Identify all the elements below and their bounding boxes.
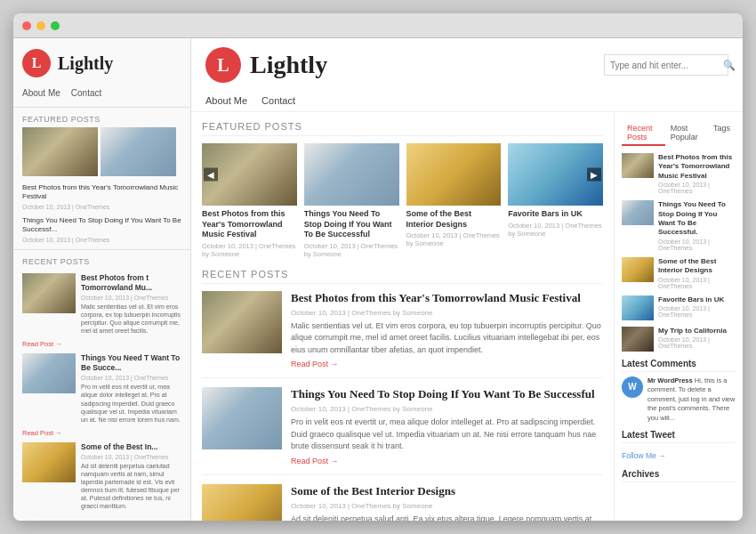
rs-archives-title: Archives (622, 469, 736, 482)
rs-tab-recent[interactable]: Recent Posts (622, 121, 665, 146)
blog-area: Featured Posts ◀ Best Photos from this Y… (191, 112, 614, 521)
sidebar-featured-item-0 (22, 127, 98, 176)
main-search-box[interactable]: 🔍 (604, 54, 728, 76)
sidebar-featured-row (13, 127, 190, 183)
right-sidebar: Recent Posts Most Popular Tags Best Phot… (614, 112, 743, 521)
minimize-button[interactable] (36, 21, 45, 30)
sidebar-nav-contact[interactable]: Contact (71, 88, 101, 98)
sidebar-recent-item-0: Best Photos from t Tomorrowland Mu... Oc… (13, 270, 190, 338)
main-content-area: L Lightly 🔍 About Me Contact (191, 38, 743, 521)
recent-post-meta-2: October 10, 2013 | OneThemes by Someone (291, 502, 603, 510)
featured-post-0: ◀ Best Photos from this Year's Tomorrowl… (202, 143, 297, 258)
featured-posts-row: ◀ Best Photos from this Year's Tomorrowl… (202, 143, 603, 258)
rs-thumb-0 (622, 153, 654, 178)
sidebar-recent-thumb-0 (22, 273, 76, 313)
rs-tab-popular[interactable]: Most Popular (665, 121, 708, 146)
featured-img-1 (304, 143, 399, 206)
main-body: Featured Posts ◀ Best Photos from this Y… (191, 112, 743, 521)
sidebar-readmore-1[interactable]: Read Post → (13, 427, 190, 439)
rs-thumb-4 (622, 327, 654, 352)
recent-post-title-1: Things You Need To Stop Doing If You Wan… (291, 387, 603, 402)
rs-follow-link[interactable]: Follow Me → (622, 451, 666, 460)
recent-post-meta-0: October 10, 2013 | OneThemes by Someone (291, 309, 603, 317)
recent-post-title-2: Some of the Best Interior Designs (291, 484, 603, 499)
sidebar-divider (13, 107, 190, 108)
recent-post-thumb-0 (202, 291, 282, 353)
sidebar-logo-circle: L (22, 49, 51, 77)
sidebar-feat-cap-0: Best Photos from this Year's Tomorrowlan… (13, 183, 190, 247)
main-nav-contact[interactable]: Contact (261, 95, 295, 106)
maximize-button[interactable] (51, 21, 60, 30)
featured-prev-arrow[interactable]: ◀ (204, 168, 218, 182)
featured-meta-2: October 10, 2013 | OneThemes by Someone (406, 231, 502, 247)
recent-post-item-1: Things You Need To Stop Doing If You Wan… (202, 387, 603, 474)
featured-next-arrow[interactable]: ▶ (587, 168, 601, 182)
recent-post-meta-1: October 10, 2013 | OneThemes by Someone (291, 405, 603, 413)
rs-post-2: Some of the Best Interior Designs Octobe… (622, 257, 736, 289)
search-icon: 🔍 (723, 60, 736, 71)
featured-post-3: ▶ Favorite Bars in UK October 10, 2013 |… (508, 143, 603, 258)
rs-twitter-section: Follow Me → (622, 449, 736, 462)
browser-content: L Lightly About Me Contact Featured Post… (13, 38, 743, 521)
recent-post-thumb-2 (202, 484, 282, 521)
rs-post-4: My Trip to California October 10, 2013 |… (622, 327, 736, 352)
readmore-1[interactable]: Read Post → (291, 457, 603, 465)
featured-caption-0: Best Photos from this Year's Tomorrowlan… (202, 209, 297, 240)
recent-post-item-0: Best Photos from this Year's Tomorrowlan… (202, 291, 603, 378)
rs-comment-0: W Mr WordPress Hi, this is a comment. To… (622, 376, 736, 424)
featured-meta-3: October 10, 2013 | OneThemes by Someone (508, 222, 603, 238)
recent-section-title: Recent Posts (202, 269, 603, 284)
sidebar-recent-thumb-2 (22, 442, 76, 482)
rs-thumb-1 (622, 200, 654, 225)
rs-post-0: Best Photos from this Year's Tomorrowlan… (622, 153, 736, 194)
rs-tab-tags[interactable]: Tags (708, 121, 736, 146)
sidebar-recent-title: Recent Posts (13, 252, 190, 270)
browser-titlebar (13, 13, 743, 38)
featured-img-3: ▶ (508, 143, 603, 206)
sidebar-featured-title: Featured Posts (13, 109, 190, 127)
recent-post-excerpt-2: Ad sit deleniti perpetua salud anti. Ea … (291, 514, 603, 521)
main-nav: About Me Contact (205, 90, 728, 111)
featured-meta-0: October 10, 2013 | OneThemes by Someone (202, 242, 297, 258)
rs-thumb-2 (622, 257, 654, 282)
recent-post-thumb-1 (202, 387, 282, 449)
featured-section-title: Featured Posts (202, 121, 603, 136)
recent-post-excerpt-1: Pro in velit eos nt evertit ur, mea aliq… (291, 417, 603, 453)
main-logo-title: Lightly (250, 51, 327, 79)
sidebar-nav-about[interactable]: About Me (22, 88, 60, 98)
sidebar-divider-2 (13, 249, 190, 250)
sidebar-readmore-0[interactable]: Read Post → (13, 338, 190, 350)
featured-caption-1: Things You Need To Stop Doing If You Wan… (304, 209, 399, 240)
main-logo-row: L Lightly 🔍 (205, 47, 728, 90)
browser-window: L Lightly About Me Contact Featured Post… (13, 13, 743, 521)
sidebar-preview: L Lightly About Me Contact Featured Post… (13, 38, 191, 521)
search-input[interactable] (610, 61, 723, 70)
featured-img-2 (406, 143, 502, 206)
featured-caption-3: Favorite Bars in UK (508, 209, 603, 220)
rs-twitter-title: Latest Tweet (622, 430, 736, 443)
featured-img-0: ◀ (202, 143, 297, 206)
rs-post-3: Favorite Bars in UK October 10, 2013 | O… (622, 295, 736, 320)
featured-meta-1: October 10, 2013 | OneThemes by Someone (304, 242, 399, 258)
main-logo-circle: L (205, 47, 241, 83)
main-nav-about[interactable]: About Me (205, 95, 247, 106)
main-header: L Lightly 🔍 About Me Contact (191, 38, 743, 112)
sidebar-recent-item-2: Some of the Best In... October 10, 2013 … (13, 439, 190, 514)
close-button[interactable] (22, 21, 31, 30)
sidebar-featured-item-1 (101, 127, 176, 176)
recent-post-item-2: Some of the Best Interior Designs Octobe… (202, 484, 603, 521)
sidebar-logo-letter: L (32, 55, 42, 71)
featured-post-2: Some of the Best Interior Designs Octobe… (406, 143, 502, 258)
rs-comments-title: Latest Comments (622, 359, 736, 372)
rs-post-1: Things You Need To Stop Doing If You Wan… (622, 200, 736, 251)
readmore-0[interactable]: Read Post → (291, 360, 603, 368)
sidebar-recent-item-1: Things You Need T Want To Be Succe... Oc… (13, 350, 190, 427)
sidebar-recent-thumb-1 (22, 353, 76, 393)
sidebar-header: L Lightly (13, 38, 190, 85)
recent-post-excerpt-0: Malic sentientias vel ut. Et vim eros co… (291, 320, 603, 357)
rs-avatar-0: W (622, 376, 643, 398)
rs-tabs: Recent Posts Most Popular Tags (622, 121, 736, 146)
sidebar-nav: About Me Contact (13, 85, 190, 105)
featured-post-1: Things You Need To Stop Doing If You Wan… (304, 143, 399, 258)
sidebar-logo-title: Lightly (58, 53, 113, 74)
